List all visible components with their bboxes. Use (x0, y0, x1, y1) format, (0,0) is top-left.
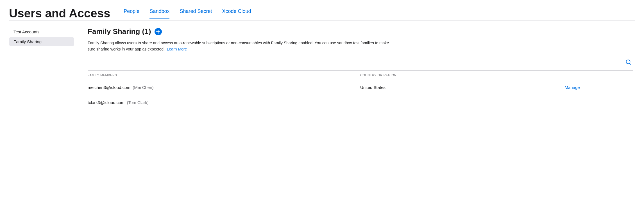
member-name-2: (Tom Clark) (127, 100, 149, 105)
member-email-2: tclark3@icloud.com (Tom Clark) (88, 100, 360, 105)
search-icon[interactable] (624, 58, 633, 68)
page-title: Users and Access (9, 7, 110, 20)
sidebar-item-family-sharing[interactable]: Family Sharing (9, 37, 74, 46)
col-header-members: Family Members (88, 73, 360, 77)
member-email-1: meichen3@icloud.com (Mei Chen) (88, 85, 360, 90)
tab-people[interactable]: People (124, 8, 139, 19)
table-header: Family Members Country or Region (88, 70, 633, 80)
table-row: meichen3@icloud.com (Mei Chen) United St… (88, 80, 633, 95)
add-family-button[interactable] (154, 28, 162, 36)
tabs-nav: People Sandbox Shared Secret Xcode Cloud (124, 8, 251, 19)
table-row: tclark3@icloud.com (Tom Clark) (88, 95, 633, 110)
section-header: Family Sharing (1) (88, 27, 633, 36)
tab-sandbox[interactable]: Sandbox (149, 8, 169, 19)
col-header-country: Country or Region (360, 73, 565, 77)
member-country-1: United States (360, 85, 565, 90)
svg-line-4 (630, 63, 631, 65)
manage-button-1[interactable]: Manage (565, 85, 633, 90)
col-header-action (565, 73, 633, 77)
tab-xcode-cloud[interactable]: Xcode Cloud (222, 8, 251, 19)
learn-more-link[interactable]: Learn More (167, 47, 187, 51)
section-title: Family Sharing (1) (88, 27, 151, 36)
search-row (88, 58, 633, 68)
sidebar: Test Accounts Family Sharing (0, 20, 79, 110)
sidebar-item-test-accounts[interactable]: Test Accounts (9, 27, 74, 36)
tab-shared-secret[interactable]: Shared Secret (180, 8, 212, 19)
main-content: Family Sharing (1) Family Sharing allows… (79, 20, 644, 110)
member-name-1: (Mei Chen) (133, 85, 153, 90)
description-text: Family Sharing allows users to share and… (88, 40, 397, 52)
